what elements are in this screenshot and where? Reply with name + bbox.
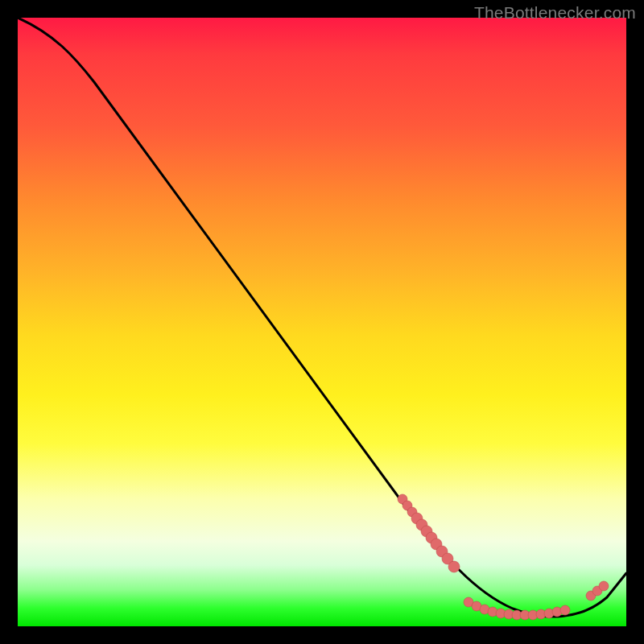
data-marker bbox=[536, 609, 546, 619]
curve-layer bbox=[18, 18, 626, 626]
data-marker bbox=[442, 553, 453, 564]
data-marker bbox=[407, 507, 417, 517]
data-marker bbox=[426, 532, 437, 543]
data-marker bbox=[560, 605, 570, 615]
data-marker bbox=[496, 609, 506, 618]
data-marker bbox=[528, 610, 538, 620]
data-marker bbox=[402, 501, 412, 510]
data-marker bbox=[464, 597, 473, 607]
data-marker bbox=[480, 605, 489, 614]
data-marker bbox=[431, 539, 442, 550]
data-marker bbox=[416, 519, 427, 530]
data-marker bbox=[504, 609, 514, 619]
data-marker bbox=[436, 546, 448, 557]
data-marker bbox=[512, 610, 522, 620]
data-marker bbox=[544, 609, 554, 618]
data-marker bbox=[520, 610, 530, 620]
marker-group bbox=[398, 494, 609, 620]
data-marker bbox=[586, 591, 596, 601]
plot-gradient-area bbox=[18, 18, 626, 626]
chart-stage: TheBottlenecker.com bbox=[0, 0, 644, 644]
data-marker bbox=[448, 561, 460, 572]
data-marker bbox=[398, 494, 407, 504]
data-marker bbox=[411, 513, 423, 524]
data-marker bbox=[421, 526, 432, 537]
attribution-text: TheBottlenecker.com bbox=[474, 3, 636, 23]
data-marker bbox=[599, 581, 609, 591]
data-marker bbox=[488, 607, 497, 617]
response-curve bbox=[18, 18, 626, 617]
data-marker bbox=[592, 586, 602, 596]
data-marker bbox=[552, 607, 562, 617]
data-marker bbox=[472, 601, 481, 611]
